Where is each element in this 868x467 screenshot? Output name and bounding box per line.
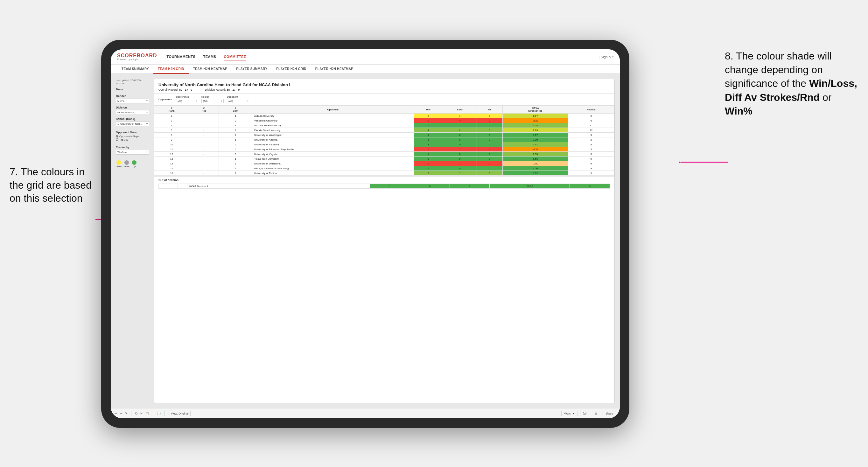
table-row: 16 - 2 University of Florida 3 1 0 6.62 … bbox=[154, 171, 614, 176]
col-loss: Loss bbox=[443, 105, 477, 114]
school-section: School (Rank) 1. University of Nort... ▾ bbox=[116, 117, 149, 126]
forward-icon[interactable]: ↷ bbox=[125, 412, 127, 415]
legend-row: Down Level Up bbox=[116, 160, 149, 168]
table-row: 2 - 1 Auburn University 2 1 0 1.67 9 bbox=[154, 114, 614, 118]
legend-label-up: Up bbox=[133, 165, 135, 168]
sub-nav: TEAM SUMMARY TEAM H2H GRID TEAM H2H HEAT… bbox=[111, 65, 620, 74]
opponent-view-section: Opponent View Opponents Played Top 100 bbox=[116, 129, 149, 141]
redo-icon[interactable]: ↪ bbox=[120, 412, 122, 415]
share-button[interactable]: Share bbox=[602, 411, 616, 416]
division-section: Division NCAA Division I ▾ bbox=[116, 106, 149, 115]
col-tie: Tie bbox=[477, 105, 502, 114]
view-original-button[interactable]: View: Original bbox=[168, 411, 191, 416]
comment-button[interactable]: 💬 bbox=[580, 411, 589, 416]
opponent-view-label: Opponent View bbox=[116, 131, 149, 134]
paste-icon[interactable]: 📋 bbox=[145, 412, 149, 415]
legend-dot-up bbox=[132, 160, 136, 165]
table-row: 13 - 1 Texas Tech University 3 0 0 5.56 … bbox=[154, 157, 614, 161]
legend-level: Level bbox=[124, 160, 129, 168]
colour-by-select[interactable]: Win/loss ▾ bbox=[116, 150, 149, 155]
undo-icon[interactable]: ↩ bbox=[115, 412, 117, 415]
top-nav: SCOREBOARD Powered by clipp'd TOURNAMENT… bbox=[111, 49, 620, 65]
sign-out-link[interactable]: Sign out bbox=[599, 55, 614, 59]
opponent-filter-group: Opponent (All) bbox=[227, 95, 249, 103]
col-diff: Diff AvStrokes/Rnd bbox=[502, 105, 568, 114]
grid-title: University of North Carolina Head-to-Hea… bbox=[158, 83, 610, 87]
subnav-team-h2h-grid[interactable]: TEAM H2H GRID bbox=[153, 65, 189, 74]
data-table: #Rank #Reg #Conf Opponent Win Loss Tie D… bbox=[154, 105, 614, 176]
logo-area: SCOREBOARD Powered by clipp'd bbox=[117, 53, 157, 61]
col-win: Win bbox=[414, 105, 443, 114]
radio-circle-top100 bbox=[116, 138, 118, 141]
filter-row: Opponents: Conference (All) Region (All) bbox=[154, 94, 614, 105]
nav-committee[interactable]: COMMITTEE bbox=[224, 54, 246, 60]
nav-teams[interactable]: TEAMS bbox=[203, 54, 216, 60]
subnav-team-h2h-heatmap[interactable]: TEAM H2H HEATMAP bbox=[189, 65, 231, 73]
subnav-player-h2h-grid[interactable]: PLAYER H2H GRID bbox=[272, 65, 311, 73]
subnav-player-summary[interactable]: PLAYER SUMMARY bbox=[231, 65, 272, 73]
conference-filter-label: Conference bbox=[176, 95, 198, 98]
table-row: 9 - 1 University of Arizona 1 0 0 9.00 2 bbox=[154, 137, 614, 142]
copy-icon[interactable]: ⧉ bbox=[135, 412, 137, 415]
annotation-right: 8. The colour shade will change dependin… bbox=[725, 49, 859, 118]
table-row: 4 - 1 Arizona State University 5 1 0 2.2… bbox=[154, 123, 614, 128]
table-row: 14 - 5 University of Oklahoma 0 1 0 -1.0… bbox=[154, 161, 614, 166]
subnav-team-summary[interactable]: TEAM SUMMARY bbox=[117, 65, 153, 73]
table-scroll[interactable]: #Rank #Reg #Conf Opponent Win Loss Tie D… bbox=[154, 105, 614, 176]
radio-circle-opponents bbox=[116, 135, 118, 137]
division-select[interactable]: NCAA Division I ▾ bbox=[116, 110, 149, 115]
table-row: 3 - 2 Vanderbilt University 0 4 0 -2.29 … bbox=[154, 118, 614, 123]
school-select[interactable]: 1. University of Nort... ▾ bbox=[116, 122, 149, 126]
grid-records: Overall Record: 89 - 17 - 0 Division Rec… bbox=[158, 88, 610, 91]
legend-down: Down bbox=[116, 160, 122, 168]
opponent-filter-label: Opponent bbox=[227, 95, 249, 98]
gender-label: Gender bbox=[116, 94, 149, 98]
clock-icon[interactable]: 🕐 bbox=[157, 412, 161, 415]
colour-by-label: Colour by bbox=[116, 146, 149, 149]
legend-up: Up bbox=[132, 160, 136, 168]
region-filter-label: Region bbox=[202, 95, 224, 98]
grid-area: University of North Carolina Head-to-Hea… bbox=[154, 79, 615, 403]
table-row: 8 - 2 University of Washington 1 0 0 3.6… bbox=[154, 133, 614, 137]
school-label: School (Rank) bbox=[116, 117, 149, 121]
legend-label-down: Down bbox=[116, 165, 122, 168]
table-row: 6 - 2 Florida State University 4 2 0 1.8… bbox=[154, 128, 614, 133]
col-conf: #Conf bbox=[219, 105, 252, 114]
col-rounds: Rounds bbox=[568, 105, 614, 114]
radio-top100[interactable]: Top 100 bbox=[116, 138, 149, 141]
col-rank: #Rank bbox=[154, 105, 189, 114]
main-content: Last Updated: 27/03/2024 16:55:38 Team G… bbox=[111, 74, 620, 408]
toolbar-divider-2 bbox=[153, 411, 153, 416]
conference-filter-group: Conference (All) bbox=[176, 95, 198, 103]
region-filter-group: Region (All) bbox=[202, 95, 224, 103]
nav-items: TOURNAMENTS TEAMS COMMITTEE bbox=[167, 54, 599, 60]
toolbar-divider-1 bbox=[131, 411, 131, 416]
table-row: 11 - 6 University of Arkansas, Fayettevi… bbox=[154, 147, 614, 152]
radio-opponents-played[interactable]: Opponents Played bbox=[116, 135, 149, 138]
col-reg: #Reg bbox=[189, 105, 219, 114]
annotation-left: 7. The colours in the grid are based on … bbox=[9, 165, 99, 205]
logo-title: SCOREBOARD bbox=[117, 53, 157, 58]
grid-header: University of North Carolina Head-to-Hea… bbox=[154, 79, 614, 94]
legend-dot-down bbox=[117, 160, 121, 165]
table-row: 10 - 5 University of Alabama 3 0 0 2.61 … bbox=[154, 142, 614, 147]
opponents-filter-label: Opponents: bbox=[158, 98, 173, 101]
region-filter-select[interactable]: (All) bbox=[202, 99, 224, 103]
watch-button[interactable]: Watch ▾ bbox=[561, 411, 578, 416]
out-of-division-table: NCAA Division II 1 0 0 26.00 3 bbox=[158, 184, 610, 189]
conference-filter-select[interactable]: (All) bbox=[176, 99, 198, 103]
gender-select[interactable]: Men's ▾ bbox=[116, 99, 149, 103]
cut-icon[interactable]: ✂ bbox=[140, 412, 143, 415]
nav-tournaments[interactable]: TOURNAMENTS bbox=[167, 54, 196, 60]
embed-button[interactable]: ⊞ bbox=[592, 411, 600, 416]
division-label: Division bbox=[116, 106, 149, 109]
legend-label-level: Level bbox=[124, 165, 129, 168]
out-of-division-label: Out of division bbox=[154, 176, 614, 184]
sidebar: Last Updated: 27/03/2024 16:55:38 Team G… bbox=[116, 79, 149, 403]
team-section: Team bbox=[116, 88, 149, 92]
opponent-filter-select[interactable]: (All) bbox=[227, 99, 249, 103]
subnav-player-h2h-heatmap[interactable]: PLAYER H2H HEATMAP bbox=[311, 65, 358, 73]
tablet-screen: SCOREBOARD Powered by clipp'd TOURNAMENT… bbox=[111, 49, 620, 418]
col-opponent: Opponent bbox=[252, 105, 414, 114]
last-updated: Last Updated: 27/03/2024 16:55:38 bbox=[116, 79, 149, 85]
